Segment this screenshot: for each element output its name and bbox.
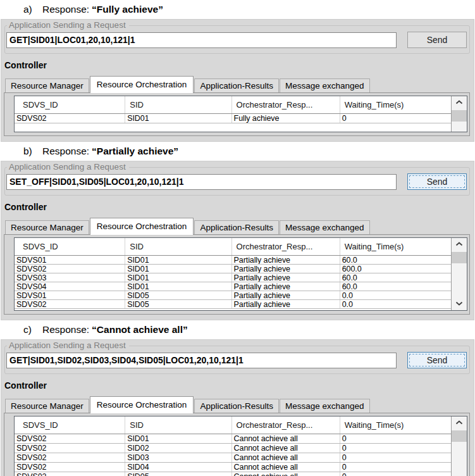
tab-resource-orchestration[interactable]: Resource Orchestration <box>90 396 194 413</box>
request-input[interactable] <box>6 174 397 190</box>
table-row[interactable]: SDVS02SID03Cannot achieve all0 <box>15 453 451 463</box>
table-row[interactable]: SDVS02SID01Fully achieve0 <box>15 114 451 123</box>
table-cell: SID05 <box>125 300 231 308</box>
column-header-waiting-time[interactable]: Waiting_Time(s) <box>340 96 451 113</box>
table-cell: 0 <box>340 472 451 476</box>
controller-label: Controller <box>4 202 470 212</box>
column-header-orchestrator-response[interactable]: Orchestrator_Resp... <box>232 416 340 434</box>
table-cell: SID02 <box>125 444 231 453</box>
tab-resource-manager[interactable]: Resource Manager <box>5 220 89 234</box>
table-row[interactable]: SDVS02SID01Cannot achieve all0 <box>15 434 451 444</box>
results-table: SDVS_ID SID Orchestrator_Resp... Waiting… <box>14 416 467 476</box>
table-cell: 60.0 <box>340 273 451 282</box>
tab-resource-orchestration[interactable]: Resource Orchestration <box>90 76 194 93</box>
column-header-sid[interactable]: SID <box>125 416 231 434</box>
column-header-sdvs-id[interactable]: SDVS_ID <box>15 416 125 434</box>
figure-caption-b: b)Response:“Partially achieve” <box>0 142 475 161</box>
table-cell: SDVS02 <box>15 472 125 476</box>
table-cell: SID01 <box>125 434 231 443</box>
vertical-scrollbar[interactable] <box>451 96 467 132</box>
table-empty-area <box>15 309 451 310</box>
vertical-scrollbar[interactable] <box>451 238 467 310</box>
tab-message-exchanged[interactable]: Message exchanged <box>280 399 370 413</box>
chevron-up-icon <box>455 242 463 246</box>
table-cell: 60.0 <box>340 256 451 264</box>
tab-page: SDVS_ID SID Orchestrator_Resp... Waiting… <box>4 234 470 315</box>
table-row[interactable]: SDVS02SID05Partially achieve0.0 <box>15 300 451 309</box>
tab-message-exchanged[interactable]: Message exchanged <box>280 78 370 92</box>
caption-letter: b) <box>23 146 42 157</box>
scroll-up-button[interactable] <box>452 96 467 108</box>
scroll-up-button[interactable] <box>452 238 467 250</box>
table-header: SDVS_ID SID Orchestrator_Resp... Waiting… <box>15 96 451 114</box>
caption-text: Response: <box>42 146 89 156</box>
column-header-orchestrator-response[interactable]: Orchestrator_Resp... <box>232 96 340 113</box>
chevron-up-icon <box>455 420 463 425</box>
table-row[interactable]: SDVS04SID01Partially achieve60.0 <box>15 282 451 291</box>
send-button[interactable]: Send <box>407 173 467 190</box>
table-cell: SDVS02 <box>15 463 125 472</box>
table-row[interactable]: SDVS02SID02Cannot achieve all0 <box>15 444 451 453</box>
tab-bar: Resource Manager Resource Orchestration … <box>4 76 470 92</box>
table-cell: 600.0 <box>340 265 451 273</box>
table-cell: SDVS01 <box>15 256 125 264</box>
scroll-up-button[interactable] <box>452 416 467 429</box>
table-cell: 0 <box>340 463 451 472</box>
column-header-waiting-time[interactable]: Waiting_Time(s) <box>340 416 451 434</box>
tab-resource-orchestration[interactable]: Resource Orchestration <box>90 218 194 235</box>
tab-resource-manager[interactable]: Resource Manager <box>5 78 89 92</box>
request-groupbox: Application Sending a Request Send <box>4 346 470 374</box>
table-cell: Partially achieve <box>232 256 340 264</box>
scroll-down-button[interactable] <box>452 298 467 310</box>
tab-application-results[interactable]: Application-Results <box>194 399 279 413</box>
table-row[interactable]: SDVS01SID01Partially achieve60.0 <box>15 256 451 265</box>
table-cell: SID01 <box>125 282 231 291</box>
scrollbar-thumb[interactable] <box>452 110 467 122</box>
table-grid: SDVS_ID SID Orchestrator_Resp... Waiting… <box>15 416 451 476</box>
table-row[interactable]: SDVS02SID01Partially achieve600.0 <box>15 265 451 273</box>
table-row[interactable]: SDVS02SID04Cannot achieve all0 <box>15 463 451 472</box>
table-cell: Partially achieve <box>232 300 340 308</box>
table-cell: SID01 <box>125 265 231 273</box>
table-row[interactable]: SDVS01SID05Partially achieve0.0 <box>15 291 451 300</box>
send-button[interactable]: Send <box>407 352 467 368</box>
column-header-sdvs-id[interactable]: SDVS_ID <box>15 96 125 113</box>
app-window-b: Application Sending a Request Send Contr… <box>1 161 474 320</box>
tab-application-results[interactable]: Application-Results <box>194 78 279 92</box>
table-grid: SDVS_ID SID Orchestrator_Resp... Waiting… <box>15 238 451 310</box>
scrollbar-thumb[interactable] <box>452 430 467 442</box>
caption-response-value: “Fully achieve” <box>92 4 163 15</box>
send-button[interactable]: Send <box>407 32 467 48</box>
controller-label: Controller <box>4 380 470 391</box>
request-input[interactable] <box>6 32 397 48</box>
table-row[interactable]: SDVS03SID01Partially achieve60.0 <box>15 273 451 282</box>
table-cell: 0.0 <box>340 300 451 308</box>
results-table: SDVS_ID SID Orchestrator_Resp... Waiting… <box>14 237 467 311</box>
table-cell: 0 <box>340 444 451 453</box>
controller-label: Controller <box>4 60 470 70</box>
table-cell: SID05 <box>125 472 231 476</box>
table-cell: SDVS04 <box>15 282 125 291</box>
request-row: Send <box>6 32 467 48</box>
table-cell: SDVS02 <box>15 444 125 453</box>
column-header-sid[interactable]: SID <box>125 238 231 255</box>
table-cell: SDVS02 <box>15 434 125 443</box>
scrollbar-thumb[interactable] <box>452 252 467 263</box>
column-header-sid[interactable]: SID <box>125 96 231 113</box>
vertical-scrollbar[interactable] <box>451 416 467 476</box>
request-input[interactable] <box>6 353 397 368</box>
table-cell: 0 <box>340 114 451 123</box>
table-row[interactable]: SDVS02SID05Cannot achieve all0 <box>15 472 451 476</box>
table-cell: Fully achieve <box>232 114 340 123</box>
column-header-sdvs-id[interactable]: SDVS_ID <box>15 238 125 255</box>
table-header: SDVS_ID SID Orchestrator_Resp... Waiting… <box>15 238 451 256</box>
tab-message-exchanged[interactable]: Message exchanged <box>280 220 370 234</box>
table-cell: 60.0 <box>340 282 451 291</box>
request-groupbox: Application Sending a Request Send <box>4 167 470 196</box>
column-header-waiting-time[interactable]: Waiting_Time(s) <box>340 238 451 255</box>
chevron-down-icon <box>455 301 463 306</box>
column-header-orchestrator-response[interactable]: Orchestrator_Resp... <box>232 238 340 255</box>
tab-application-results[interactable]: Application-Results <box>194 220 279 234</box>
tab-resource-manager[interactable]: Resource Manager <box>5 399 89 413</box>
table-cell: SDVS03 <box>15 273 125 282</box>
